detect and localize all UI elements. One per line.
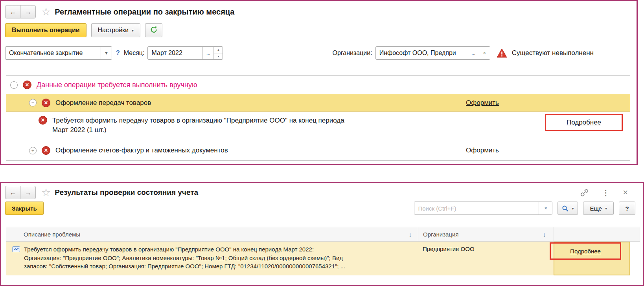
details-link[interactable]: Подробнее [570, 248, 601, 255]
spinner-up-icon[interactable]: ▲ [214, 47, 223, 53]
description-cell: Требуется оформить передачу товаров в ор… [6, 242, 418, 275]
tree-group-row[interactable]: − × Данные операции требуется выполнить … [6, 76, 630, 94]
refresh-icon [150, 26, 158, 35]
table-header: Описание проблемы ↓ Организация ↓ [6, 227, 640, 242]
column-header-actions [554, 227, 640, 241]
error-icon: × [23, 81, 31, 89]
month-field[interactable]: Март 2022 ... ▲ ▼ [147, 46, 223, 60]
error-icon: × [42, 146, 50, 155]
window2-title-row: ← → ☆ Результаты проверки состояния учет… [1, 183, 643, 199]
tree-detail-text: Требуется оформить передачу товаров в ор… [52, 116, 344, 135]
annotation-highlight-box: Подробнее [550, 242, 621, 260]
error-icon: × [39, 116, 47, 125]
table-row[interactable]: Требуется оформить передачу товаров в ор… [6, 242, 630, 275]
organizations-value: Инфософт ООО, Предпри [376, 47, 468, 59]
forward-arrow-icon[interactable]: → [20, 6, 35, 18]
month-picker-ellipsis-button[interactable]: ... [202, 47, 213, 59]
favorite-star-icon[interactable]: ☆ [41, 187, 51, 198]
search-icon [562, 205, 569, 212]
close-window-icon[interactable]: × [623, 188, 628, 197]
details-link[interactable]: Подробнее [567, 119, 601, 126]
issue-link[interactable]: Оформить [456, 147, 508, 154]
error-icon: × [42, 99, 50, 107]
help-link[interactable]: ? [116, 50, 120, 57]
window-controls: ⋮ × [580, 188, 638, 197]
closing-type-dropdown-icon[interactable]: ▾ [101, 47, 112, 59]
nav-buttons: ← → [5, 5, 36, 18]
tree-row-goods-transfer[interactable]: − × Оформление передач товаров Оформить [6, 94, 630, 112]
collapse-icon[interactable]: − [29, 99, 37, 106]
problem-description: Требуется оформить передачу товаров в ор… [24, 245, 345, 272]
tree-row-label: Оформление передач товаров [55, 99, 151, 107]
tree-row-transfer-detail[interactable]: × Требуется оформить передачу товаров в … [6, 112, 630, 141]
search-field[interactable]: × [414, 202, 552, 215]
tree-row-label: Оформление счетов-фактур и таможенных до… [55, 147, 228, 154]
organizations-ellipsis-button[interactable]: ... [468, 47, 479, 59]
back-arrow-icon[interactable]: ← [6, 186, 20, 199]
month-label: Месяц: [124, 50, 145, 57]
action-cell[interactable]: Подробнее [554, 242, 630, 275]
search-button[interactable]: ▾ [558, 202, 578, 215]
tree-group-label: Данные операции требуется выполнить вруч… [37, 81, 197, 89]
window1-title-row: ← → ☆ Регламентные операции по закрытию … [1, 1, 637, 18]
organization-cell: Предприятие ООО [418, 242, 554, 275]
closing-type-select[interactable]: Окончательное закрытие ▾ [5, 46, 112, 60]
page-title: Результаты проверки состояния учета [55, 188, 198, 197]
operations-tree: − × Данные операции требуется выполнить … [6, 75, 630, 161]
month-value: Март 2022 [148, 47, 202, 59]
check-results-window: ← → ☆ Результаты проверки состояния учет… [0, 182, 644, 286]
more-menu-icon[interactable]: ⋮ [602, 188, 609, 197]
warning-triangle-icon [497, 48, 507, 58]
report-icon [12, 246, 20, 272]
warning-text: Существуют невыполненн [512, 49, 594, 57]
month-closing-window: ← → ☆ Регламентные операции по закрытию … [0, 0, 638, 165]
column-header-description[interactable]: Описание проблемы ↓ [6, 227, 418, 241]
window1-filter-row: Окончательное закрытие ▾ ? Месяц: Март 2… [1, 37, 637, 60]
settings-button[interactable]: Настройки ▾ [91, 23, 140, 37]
column-header-organization[interactable]: Организация ↓ [418, 227, 554, 241]
favorite-star-icon[interactable]: ☆ [41, 6, 51, 18]
close-button[interactable]: Закрыть [5, 202, 44, 215]
window1-toolbar: Выполнить операции Настройки ▾ [1, 18, 637, 37]
search-input[interactable] [414, 202, 539, 214]
get-link-icon[interactable] [580, 189, 589, 197]
sort-down-icon: ↓ [409, 231, 418, 238]
collapse-icon[interactable]: − [10, 81, 18, 89]
organizations-label: Организации: [332, 50, 372, 57]
spinner-down-icon[interactable]: ▼ [214, 53, 223, 60]
chevron-down-icon: ▾ [572, 206, 574, 211]
chevron-down-icon: ▾ [132, 28, 134, 33]
search-zone: × ▾ Еще ▾ ? [414, 202, 643, 215]
tree-row-invoices[interactable]: + × Оформление счетов-фактур и таможенны… [6, 141, 630, 160]
closing-type-value: Окончательное закрытие [6, 47, 101, 59]
nav-buttons: ← → [5, 186, 36, 199]
refresh-button[interactable] [145, 23, 162, 37]
sort-down-icon: ↓ [543, 231, 554, 238]
window2-toolbar: Закрыть × ▾ Еще ▾ ? [1, 199, 643, 215]
page-title: Регламентные операции по закрытию месяца [55, 7, 234, 16]
help-button[interactable]: ? [619, 202, 635, 215]
more-button[interactable]: Еще ▾ [583, 202, 614, 215]
organizations-clear-button[interactable]: × [479, 47, 490, 59]
annotation-highlight-box: Подробнее [545, 114, 623, 131]
search-clear-icon[interactable]: × [539, 202, 552, 214]
more-button-label: Еще [590, 205, 602, 212]
column-label: Организация [423, 231, 458, 238]
forward-arrow-icon[interactable]: → [20, 186, 35, 199]
month-spinner: ▲ ▼ [213, 47, 223, 59]
chevron-down-icon: ▾ [605, 206, 607, 211]
column-label: Описание проблемы [24, 231, 80, 238]
settings-button-label: Настройки [98, 27, 129, 34]
organizations-field[interactable]: Инфософт ООО, Предпри ... × [375, 46, 490, 60]
back-arrow-icon[interactable]: ← [6, 6, 20, 18]
results-table: Описание проблемы ↓ Организация ↓ Требуе… [6, 227, 640, 284]
run-operations-button[interactable]: Выполнить операции [5, 23, 86, 37]
issue-link[interactable]: Оформить [456, 99, 508, 107]
table-empty-area [6, 275, 640, 284]
expand-icon[interactable]: + [29, 147, 37, 154]
